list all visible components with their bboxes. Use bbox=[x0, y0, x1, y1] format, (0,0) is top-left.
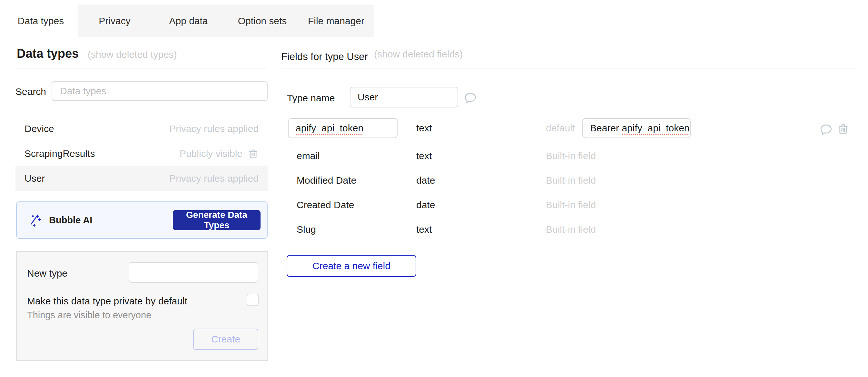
type-name: Device bbox=[25, 123, 54, 134]
trash-icon[interactable] bbox=[248, 148, 258, 160]
field-type: text bbox=[416, 123, 432, 134]
type-name: User bbox=[25, 173, 45, 184]
private-by-default-checkbox[interactable] bbox=[247, 294, 259, 306]
type-name-label: Type name bbox=[287, 93, 335, 104]
type-status: Privacy rules applied bbox=[169, 173, 258, 184]
search-label: Search bbox=[16, 86, 46, 97]
type-row-scrapingresults[interactable]: ScrapingResults Publicly visible bbox=[16, 141, 268, 166]
private-by-default-label: Make this data type private by default bbox=[27, 296, 187, 307]
comment-bubble-icon[interactable] bbox=[463, 91, 477, 105]
bubble-ai-box: Bubble AI Generate Data Types bbox=[16, 201, 268, 239]
field-name[interactable]: Modified Date bbox=[297, 175, 356, 186]
type-name-input[interactable] bbox=[350, 87, 458, 108]
tab-privacy[interactable]: Privacy bbox=[78, 4, 152, 37]
field-default-input[interactable]: Bearer apify_api_token bbox=[582, 118, 691, 138]
type-status: Publicly visible bbox=[180, 148, 243, 159]
default-value-prefix: Bearer bbox=[590, 123, 622, 134]
tab-data-types[interactable]: Data types bbox=[4, 4, 78, 37]
type-name: ScrapingResults bbox=[25, 148, 95, 159]
tab-file-manager[interactable]: File manager bbox=[299, 4, 373, 37]
trash-icon[interactable] bbox=[837, 122, 849, 135]
bubble-ai-label: Bubble AI bbox=[49, 215, 92, 226]
data-types-heading: Data types bbox=[17, 47, 79, 61]
data-type-list: Device Privacy rules applied ScrapingRes… bbox=[16, 116, 268, 191]
new-type-label: New type bbox=[27, 268, 67, 279]
built-in-field-note: Built-in field bbox=[546, 175, 596, 186]
type-row-user[interactable]: User Privacy rules applied bbox=[16, 166, 268, 191]
type-row-device[interactable]: Device Privacy rules applied bbox=[16, 116, 268, 141]
comment-bubble-icon[interactable] bbox=[819, 123, 833, 136]
left-divider bbox=[16, 68, 268, 68]
tab-option-sets[interactable]: Option sets bbox=[225, 4, 299, 37]
search-input[interactable] bbox=[52, 81, 268, 101]
new-type-box: New type Make this data type private by … bbox=[16, 251, 268, 361]
field-type: text bbox=[416, 224, 432, 235]
field-type: text bbox=[416, 150, 432, 162]
default-value-token: apify_api_token bbox=[622, 123, 689, 134]
field-name[interactable]: Slug bbox=[297, 224, 316, 235]
new-type-input[interactable] bbox=[129, 262, 258, 283]
field-name[interactable]: Created Date bbox=[297, 200, 354, 210]
show-deleted-fields-link[interactable]: (show deleted fields) bbox=[374, 49, 463, 60]
create-type-button[interactable]: Create bbox=[193, 328, 258, 350]
visibility-hint: Things are visible to everyone bbox=[27, 310, 151, 320]
field-name-input[interactable]: apify_api_token bbox=[288, 118, 398, 138]
built-in-field-note: Built-in field bbox=[546, 150, 596, 162]
field-name[interactable]: email bbox=[297, 150, 320, 162]
tab-app-data[interactable]: App data bbox=[152, 4, 225, 37]
field-type: date bbox=[416, 200, 435, 210]
type-status: Privacy rules applied bbox=[169, 123, 258, 134]
field-name-value: apify_api_token bbox=[296, 123, 363, 134]
right-divider bbox=[281, 68, 856, 68]
fields-heading: Fields for type User bbox=[281, 51, 368, 63]
show-deleted-types-link[interactable]: (show deleted types) bbox=[88, 49, 177, 60]
magic-wand-icon bbox=[28, 213, 42, 227]
field-type: date bbox=[416, 175, 435, 186]
create-new-field-button[interactable]: Create a new field bbox=[287, 255, 416, 277]
generate-data-types-button[interactable]: Generate Data Types bbox=[173, 210, 260, 230]
built-in-field-note: Built-in field bbox=[546, 200, 596, 210]
data-tab-bar: Data types Privacy App data Option sets … bbox=[4, 4, 374, 37]
default-label: default bbox=[546, 123, 575, 134]
built-in-field-note: Built-in field bbox=[546, 224, 596, 235]
